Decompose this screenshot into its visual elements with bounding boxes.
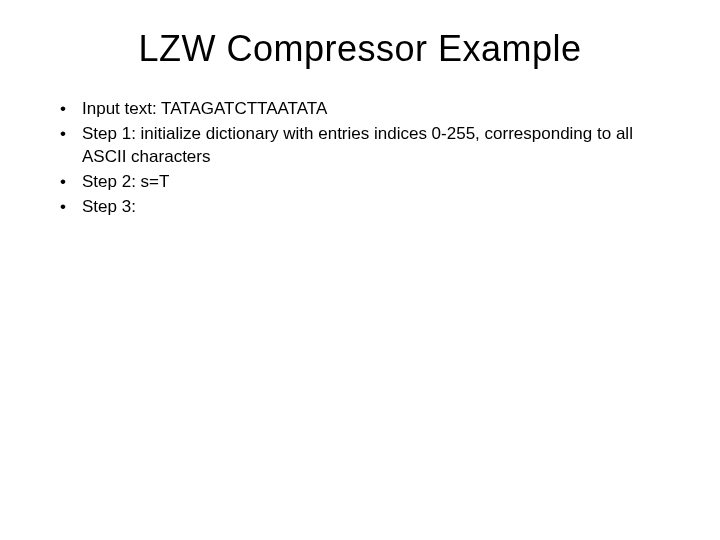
slide-title: LZW Compressor Example [40,28,680,70]
list-item: Step 2: s=T [60,171,680,194]
list-item: Input text: TATAGATCTTAATATA [60,98,680,121]
bullet-list: Input text: TATAGATCTTAATATA Step 1: ini… [40,98,680,219]
list-item: Step 3: [60,196,680,219]
list-item: Step 1: initialize dictionary with entri… [60,123,680,169]
slide: LZW Compressor Example Input text: TATAG… [0,0,720,540]
